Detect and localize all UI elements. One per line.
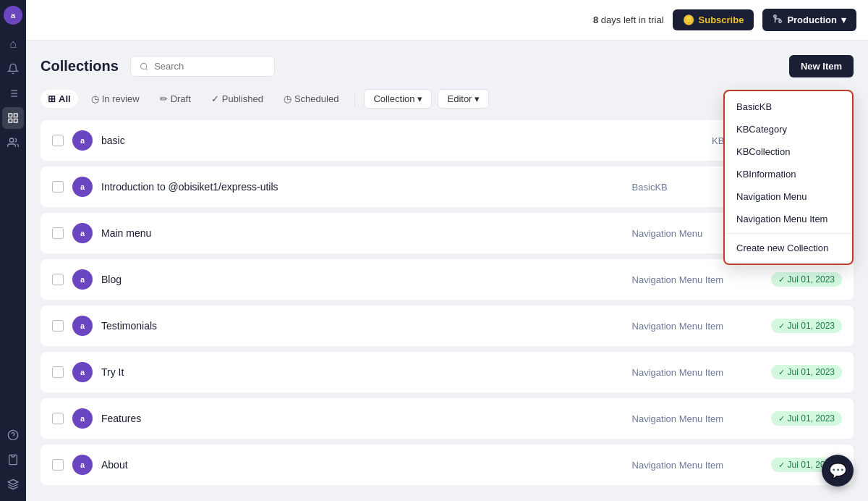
search-icon: [140, 62, 148, 72]
dropdown-item[interactable]: KBCollection: [725, 140, 852, 163]
row-checkbox[interactable]: [52, 366, 64, 378]
svg-point-10: [9, 138, 13, 142]
help-icon[interactable]: [2, 424, 24, 446]
svg-point-16: [774, 15, 777, 18]
row-name: About: [101, 459, 624, 471]
chat-button[interactable]: 💬: [822, 455, 854, 487]
row-badge: ✓Jul 01, 2023: [771, 411, 842, 426]
row-avatar: a: [72, 408, 93, 429]
row-checkbox[interactable]: [52, 274, 64, 285]
row-checkbox[interactable]: [52, 459, 64, 471]
coin-icon: 🪙: [683, 14, 694, 25]
production-button[interactable]: Production ▾: [762, 9, 856, 31]
trial-text: 8 days left in trial: [593, 14, 664, 25]
row-avatar: a: [72, 223, 93, 243]
row-avatar: a: [72, 177, 93, 197]
row-badge: ✓Jul 01, 2023: [771, 365, 842, 379]
svg-line-19: [145, 68, 147, 70]
page-title: Collections: [41, 58, 119, 75]
filter-divider: [354, 92, 355, 106]
row-name: Testimonials: [101, 320, 624, 332]
new-item-dropdown: BasicKBKBCategoryKBCollectionKBInformati…: [723, 90, 854, 265]
collection-chevron-icon: ▾: [417, 93, 422, 104]
svg-rect-13: [12, 455, 14, 457]
table-row[interactable]: a Blog Navigation Menu Item ✓Jul 01, 202…: [41, 259, 854, 300]
chevron-down-icon: ▾: [841, 14, 846, 25]
draft-icon: ✏: [160, 93, 168, 104]
svg-rect-9: [14, 119, 17, 122]
review-icon: ◷: [91, 93, 99, 104]
svg-rect-6: [9, 114, 12, 117]
check-icon: ✓: [778, 414, 785, 424]
filter-published[interactable]: ✓ Published: [204, 90, 271, 108]
clipboard-icon[interactable]: [2, 449, 24, 471]
row-checkbox[interactable]: [52, 181, 64, 193]
editor-chevron-icon: ▾: [475, 93, 480, 104]
topbar: 8 days left in trial 🪙 Subscribe Product…: [26, 0, 868, 41]
filter-draft[interactable]: ✏ Draft: [153, 90, 198, 108]
row-avatar: a: [72, 316, 93, 336]
row-type: Navigation Menu Item: [632, 274, 762, 285]
chat-icon: 💬: [829, 462, 847, 479]
search-input[interactable]: [154, 61, 265, 72]
dropdown-item[interactable]: Navigation Menu: [725, 185, 852, 208]
new-item-button[interactable]: New Item: [789, 55, 854, 77]
row-checkbox[interactable]: [52, 413, 64, 424]
row-checkbox[interactable]: [52, 227, 64, 239]
dropdown-item[interactable]: KBCategory: [725, 118, 852, 140]
row-name: Main menu: [101, 227, 624, 239]
table-row[interactable]: a Testimonials Navigation Menu Item ✓Jul…: [41, 306, 854, 346]
dropdown-item[interactable]: Create new Collection: [725, 237, 852, 259]
all-icon: ⊞: [48, 93, 56, 104]
row-avatar: a: [72, 130, 93, 151]
row-type: Navigation Menu Item: [632, 413, 762, 424]
layers-icon[interactable]: [2, 473, 24, 495]
check-icon: ✓: [778, 368, 785, 377]
scheduled-icon: ◷: [284, 93, 292, 104]
dropdown-divider: [725, 233, 852, 234]
sidebar: a ⌂: [0, 0, 26, 501]
check-icon: ✓: [778, 321, 785, 331]
list-icon[interactable]: [2, 83, 24, 104]
row-avatar: a: [72, 269, 93, 290]
dropdown-item[interactable]: BasicKB: [725, 96, 852, 118]
main-content: 8 days left in trial 🪙 Subscribe Product…: [26, 0, 868, 501]
dropdown-item[interactable]: KBInformation: [725, 163, 852, 185]
table-row[interactable]: a Features Navigation Menu Item ✓Jul 01,…: [41, 398, 854, 439]
row-avatar: a: [72, 362, 93, 382]
editor-dropdown[interactable]: Editor ▾: [438, 89, 489, 109]
branch-icon: [773, 14, 783, 26]
svg-marker-14: [8, 479, 17, 484]
row-avatar: a: [72, 455, 93, 475]
dropdown-item[interactable]: Navigation Menu Item: [725, 208, 852, 230]
bell-icon[interactable]: [2, 58, 24, 80]
published-icon: ✓: [211, 93, 219, 104]
filter-in-review[interactable]: ◷ In review: [84, 90, 147, 108]
row-badge: ✓Jul 01, 2023: [771, 319, 842, 333]
row-checkbox[interactable]: [52, 135, 64, 146]
row-type: Navigation Menu Item: [632, 367, 762, 378]
row-name: Features: [101, 413, 624, 424]
filter-scheduled[interactable]: ◷ Scheduled: [276, 90, 346, 108]
grid-icon[interactable]: [2, 107, 24, 129]
row-badge: ✓Jul 01, 2023: [771, 272, 842, 287]
table-row[interactable]: a Try It Navigation Menu Item ✓Jul 01, 2…: [41, 352, 854, 392]
avatar[interactable]: a: [4, 6, 22, 25]
table-row[interactable]: a About Navigation Menu Item ✓Jul 01, 20…: [41, 445, 854, 485]
svg-point-15: [779, 20, 782, 23]
row-type: Navigation Menu Item: [632, 321, 762, 332]
check-icon: ✓: [778, 275, 785, 285]
collection-dropdown[interactable]: Collection ▾: [364, 89, 432, 109]
row-name: Blog: [101, 274, 624, 285]
check-icon: ✓: [778, 460, 785, 470]
subscribe-button[interactable]: 🪙 Subscribe: [673, 9, 754, 30]
search-box: [130, 56, 275, 77]
svg-point-18: [140, 63, 146, 69]
team-icon[interactable]: [2, 132, 24, 153]
filter-all[interactable]: ⊞ All: [41, 90, 78, 108]
collections-header: Collections New Item: [41, 55, 854, 77]
home-icon[interactable]: ⌂: [2, 33, 24, 55]
row-type: Navigation Menu Item: [632, 460, 762, 471]
content-area: Collections New Item ⊞ All ◷ In review ✏…: [26, 41, 868, 501]
row-checkbox[interactable]: [52, 320, 64, 332]
